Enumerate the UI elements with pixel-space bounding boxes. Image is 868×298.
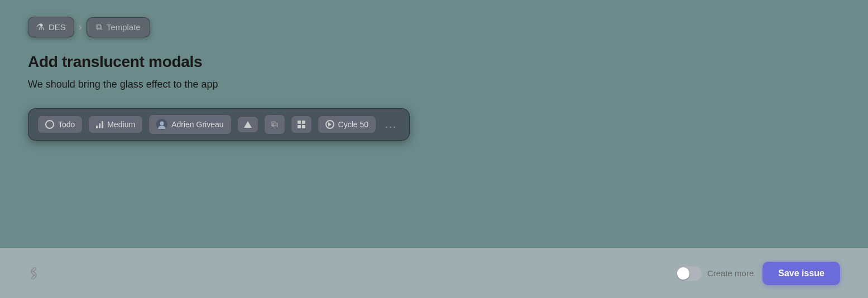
priority-icon — [96, 121, 103, 128]
breadcrumb: ⚗ DES › ⧉ Template — [28, 17, 840, 37]
template-label: Template — [107, 22, 141, 32]
assignee-button[interactable]: Adrien Griveau — [148, 114, 231, 134]
copy-icon: ⧉ — [271, 119, 277, 129]
avatar — [156, 119, 167, 130]
des-breadcrumb[interactable]: ⚗ DES — [28, 17, 74, 37]
create-more-label: Create more — [707, 268, 754, 278]
grid-button[interactable] — [291, 116, 312, 133]
toggle-knob — [677, 267, 689, 280]
warning-icon — [244, 121, 252, 128]
status-label: Todo — [58, 120, 75, 129]
template-breadcrumb[interactable]: ⧉ Template — [87, 17, 150, 37]
properties-bar: Todo Medium Adrien Griveau — [28, 108, 410, 141]
create-more-container: Create more — [676, 266, 754, 281]
des-label: DES — [49, 22, 66, 32]
issue-title: Add translucent modals — [28, 53, 840, 71]
bottom-right: Create more Save issue — [676, 262, 840, 285]
priority-label: Medium — [107, 120, 135, 129]
attachment-icon[interactable]: 🖇 — [25, 264, 44, 283]
grid-icon — [298, 121, 305, 128]
cycle-label: Cycle 50 — [338, 120, 368, 129]
cycle-icon — [325, 120, 334, 129]
main-content: ⚗ DES › ⧉ Template Add translucent modal… — [0, 0, 868, 141]
priority-button[interactable]: Medium — [88, 116, 143, 133]
create-more-toggle[interactable] — [676, 266, 702, 281]
bottom-bar: 🖇 Create more Save issue — [0, 248, 868, 298]
assignee-label: Adrien Griveau — [171, 120, 223, 129]
todo-icon — [45, 120, 54, 129]
issue-description: We should bring the glass effect to the … — [28, 79, 840, 90]
cycle-button[interactable]: Cycle 50 — [318, 116, 376, 133]
breadcrumb-separator: › — [79, 21, 82, 33]
more-button[interactable]: ... — [382, 117, 400, 133]
template-icon: ⧉ — [96, 22, 102, 32]
play-triangle — [328, 122, 332, 127]
warning-button[interactable] — [237, 116, 258, 133]
des-icon: ⚗ — [36, 22, 44, 32]
status-button[interactable]: Todo — [37, 116, 83, 133]
template-button[interactable]: ⧉ — [264, 114, 285, 134]
svg-point-1 — [160, 122, 164, 126]
save-issue-button[interactable]: Save issue — [763, 262, 840, 285]
